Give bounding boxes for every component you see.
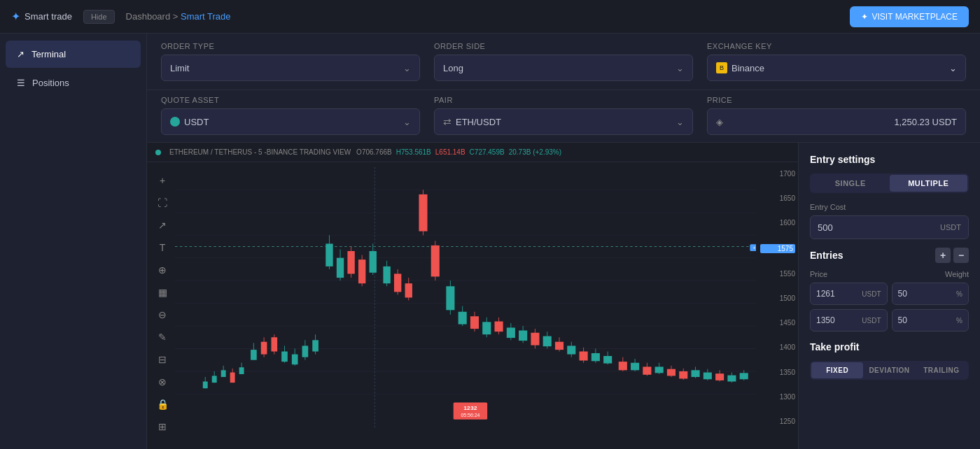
- price-1700: 1700: [760, 170, 795, 178]
- price-group: Price ◈ 1,250.23 USDT: [707, 96, 966, 135]
- lock-tool[interactable]: 🔒: [153, 394, 172, 414]
- order-type-label: Order type: [161, 42, 420, 50]
- price-1300: 1300: [760, 393, 795, 401]
- quote-asset-label: Quote asset: [161, 96, 420, 104]
- chart-toolbar: + ⛶ ↗ T ⊕ ▦ ⊖ ✎ ⊟ ⊗ 🔒 ⊞: [153, 171, 172, 436]
- svg-rect-31: [292, 355, 298, 365]
- entry-weight-2-field[interactable]: [898, 315, 957, 325]
- entry-price-2-field[interactable]: [816, 315, 862, 325]
- entry-price-1[interactable]: USDT: [810, 283, 888, 305]
- barchart-tool[interactable]: ▦: [153, 283, 172, 302]
- content-area: Order type Limit ⌄ Order side Long ⌄ Exc…: [147, 34, 980, 449]
- entry-weight-1-field[interactable]: [898, 289, 957, 299]
- tp-trailing-tab[interactable]: TRAILING: [916, 362, 967, 378]
- exchange-key-group: Exchange key B Binance ⌄: [707, 42, 966, 81]
- pair-value: ETH/USDT: [456, 117, 501, 127]
- pencil-tool[interactable]: ✎: [153, 327, 172, 347]
- text-tool[interactable]: T: [153, 238, 172, 257]
- eye-slash-tool[interactable]: ⊗: [153, 372, 172, 392]
- chevron-down-icon: ⌄: [949, 63, 957, 73]
- svg-rect-79: [580, 352, 588, 361]
- svg-rect-103: [727, 376, 736, 382]
- entry-cost-suffix: USDT: [940, 223, 961, 231]
- chart-area: ETHEREUM / TETHERUS - 5 -BINANCE TRADING…: [147, 143, 798, 449]
- sidebar-item-positions[interactable]: ☰ Positions: [6, 69, 141, 97]
- quote-asset-value: USDT: [184, 117, 209, 127]
- tp-deviation-tab[interactable]: DEVIATION: [863, 362, 915, 378]
- order-form-second-row: Quote asset USDT ⌄ Pair ⇄ ETH/USDT ⌄: [147, 90, 980, 143]
- entry-weight-1[interactable]: %: [892, 283, 969, 305]
- app-logo: ✦ Smart trade: [11, 10, 72, 23]
- chart-title: ETHEREUM / TETHERUS - 5 -BINANCE TRADING…: [169, 148, 351, 156]
- exchange-key-label: Exchange key: [707, 42, 966, 50]
- svg-rect-25: [261, 342, 267, 355]
- chevron-down-icon: ⌄: [676, 117, 684, 127]
- remove-entry-button[interactable]: −: [953, 248, 969, 263]
- order-type-select[interactable]: Limit ⌄: [161, 55, 420, 81]
- svg-rect-95: [679, 371, 687, 379]
- multiple-tab[interactable]: MULTIPLE: [890, 175, 968, 192]
- order-side-select[interactable]: Long ⌄: [434, 55, 693, 81]
- svg-text:+: +: [752, 245, 755, 250]
- entry-price-1-field[interactable]: [816, 289, 862, 299]
- weight-col-label: Weight: [892, 270, 969, 278]
- price-axis: 1700 1650 1600 1575 1550 1500 1450 1400 …: [757, 167, 798, 428]
- take-profit-title: Take profit: [810, 341, 969, 352]
- svg-rect-21: [239, 367, 244, 374]
- tp-fixed-tab[interactable]: FIXED: [811, 362, 863, 378]
- quote-asset-select[interactable]: USDT ⌄: [161, 108, 420, 135]
- ohlc-l: L651.14B: [435, 148, 465, 156]
- svg-rect-15: [212, 376, 217, 383]
- exchange-icon: ⇄: [443, 116, 451, 127]
- ohlc-data: O706.766B H753.561B L651.14B C727.459B 2…: [356, 148, 561, 156]
- hide-button[interactable]: Hide: [83, 10, 115, 24]
- price-1450: 1450: [760, 319, 795, 327]
- add-entry-button[interactable]: +: [935, 248, 951, 263]
- price-1575: 1575: [760, 244, 795, 253]
- take-profit-section: Take profit FIXED DEVIATION TRAILING: [810, 341, 969, 380]
- svg-rect-29: [281, 352, 288, 362]
- entry-cost-field[interactable]: [818, 222, 937, 233]
- chevron-down-icon: ⌄: [676, 63, 684, 73]
- lower-section: ETHEREUM / TETHERUS - 5 -BINANCE TRADING…: [147, 143, 980, 449]
- crosshair-tool[interactable]: +: [153, 171, 172, 190]
- entry-cost-label: Entry Cost: [810, 203, 969, 211]
- single-tab[interactable]: SINGLE: [811, 175, 890, 192]
- grid-tool[interactable]: ⊞: [153, 417, 172, 436]
- entry-row-2: USDT %: [810, 309, 969, 332]
- app-name: Smart trade: [24, 11, 72, 22]
- entry-price-2-suffix: USDT: [862, 317, 881, 325]
- price-1500: 1500: [760, 294, 795, 302]
- cursor-tool[interactable]: ↗: [153, 215, 172, 235]
- take-profit-toggle: FIXED DEVIATION TRAILING: [810, 361, 969, 380]
- price-value: 1,250.23 USDT: [894, 117, 957, 127]
- entry-cost-input[interactable]: USDT: [810, 215, 969, 239]
- sidebar-item-terminal[interactable]: ↗ Terminal: [6, 41, 141, 68]
- entry-weight-1-suffix: %: [956, 290, 962, 298]
- breadcrumb-current[interactable]: Smart Trade: [181, 11, 231, 22]
- ohlc-c: C727.459B: [470, 148, 505, 156]
- chart-svg: + 1232 05:56:24: [175, 167, 756, 428]
- price-input[interactable]: ◈ 1,250.23 USDT: [707, 108, 966, 135]
- visit-marketplace-button[interactable]: ✦ VISIT MARKETPLACE: [850, 6, 969, 27]
- svg-text:05:56:24: 05:56:24: [461, 413, 479, 418]
- exchange-key-value: Binance: [732, 63, 764, 73]
- circle-minus-tool[interactable]: ⊖: [153, 305, 172, 325]
- entry-weight-2[interactable]: %: [892, 309, 969, 332]
- fullscreen-tool[interactable]: ⛶: [153, 193, 172, 213]
- chart-canvas: + 1232 05:56:24: [175, 167, 756, 428]
- entry-price-2[interactable]: USDT: [810, 309, 888, 332]
- svg-rect-45: [370, 251, 377, 273]
- svg-rect-63: [482, 322, 491, 334]
- zoom-out-tool[interactable]: ⊟: [153, 350, 172, 369]
- svg-rect-41: [347, 251, 354, 273]
- entry-weight-2-suffix: %: [956, 317, 962, 325]
- ohlc-h: H753.561B: [396, 148, 431, 156]
- exchange-key-select[interactable]: B Binance ⌄: [707, 55, 966, 81]
- circle-tool[interactable]: ⊕: [153, 260, 172, 280]
- price-label: Price: [707, 96, 966, 104]
- svg-rect-73: [543, 336, 552, 347]
- order-form-top: Order type Limit ⌄ Order side Long ⌄ Exc…: [147, 34, 980, 90]
- entry-price-1-suffix: USDT: [862, 290, 881, 298]
- pair-select[interactable]: ⇄ ETH/USDT ⌄: [434, 108, 693, 135]
